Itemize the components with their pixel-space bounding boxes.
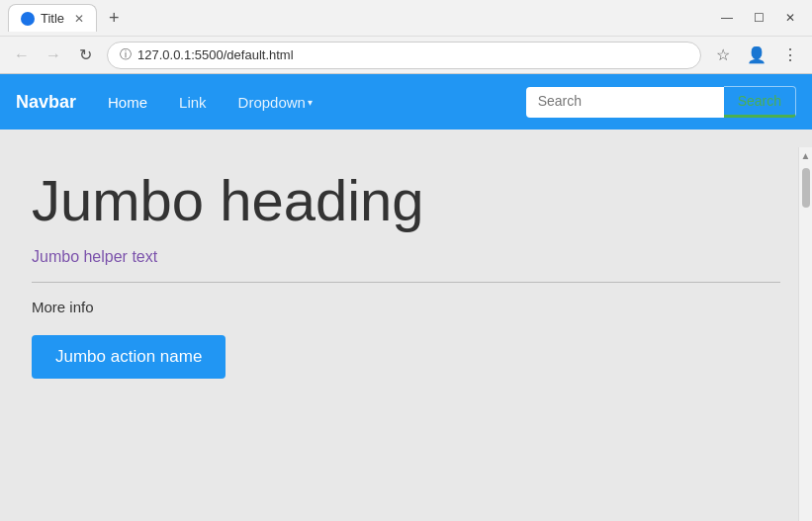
reload-button[interactable]: ↻	[71, 42, 99, 69]
chevron-down-icon: ▾	[308, 97, 313, 108]
maximize-button[interactable]: ☐	[745, 8, 772, 28]
tab-strip: Title ✕ +	[8, 4, 128, 33]
navbar: Navbar Home Link Dropdown ▾ Search	[0, 74, 812, 130]
scrollbar[interactable]: ▲ ▼	[798, 147, 812, 521]
jumbo-action-button[interactable]: Jumbo action name	[32, 335, 226, 379]
close-tab-icon[interactable]: ✕	[74, 12, 84, 26]
address-bar-actions: ☆ 👤 ⋮	[709, 42, 804, 69]
url-bar[interactable]: ⓘ 127.0.0.1:5500/default.html	[107, 42, 701, 69]
new-tab-button[interactable]: +	[101, 4, 128, 33]
tab-title: Title	[41, 11, 64, 26]
back-button[interactable]: ←	[8, 42, 36, 69]
search-input[interactable]	[526, 87, 724, 118]
address-bar: ← → ↻ ⓘ 127.0.0.1:5500/default.html ☆ 👤 …	[0, 36, 812, 73]
jumbotron: Jumbo heading Jumbo helper text More inf…	[0, 130, 812, 410]
jumbo-helper-text: Jumbo helper text	[32, 248, 780, 266]
jumbo-divider	[32, 282, 780, 283]
active-tab[interactable]: Title ✕	[8, 4, 97, 32]
page-content: Navbar Home Link Dropdown ▾ Search Jumbo…	[0, 74, 812, 521]
nav-link-link[interactable]: Link	[171, 90, 215, 115]
nav-buttons: ← → ↻	[8, 42, 99, 69]
secure-icon: ⓘ	[120, 46, 132, 63]
tab-favicon	[21, 12, 35, 26]
jumbo-more-info: More info	[32, 299, 780, 315]
title-bar: Title ✕ + — ☐ ✕	[0, 0, 812, 36]
nav-link-dropdown-label: Dropdown	[238, 94, 306, 111]
scroll-up-icon[interactable]: ▲	[798, 147, 812, 164]
url-text: 127.0.0.1:5500/default.html	[137, 47, 688, 62]
forward-button[interactable]: →	[40, 42, 67, 69]
navbar-brand: Navbar	[16, 92, 76, 113]
scroll-thumb[interactable]	[802, 168, 810, 208]
nav-link-home[interactable]: Home	[100, 90, 155, 115]
bookmark-button[interactable]: ☆	[709, 42, 737, 69]
jumbo-heading: Jumbo heading	[32, 169, 780, 232]
account-button[interactable]: 👤	[743, 42, 770, 69]
nav-dropdown[interactable]: Dropdown ▾	[230, 90, 320, 115]
window-controls: — ☐ ✕	[713, 8, 804, 28]
navbar-search: Search	[526, 86, 796, 118]
search-button[interactable]: Search	[724, 86, 796, 118]
minimize-button[interactable]: —	[713, 8, 741, 28]
close-button[interactable]: ✕	[776, 8, 804, 28]
menu-button[interactable]: ⋮	[776, 42, 804, 69]
